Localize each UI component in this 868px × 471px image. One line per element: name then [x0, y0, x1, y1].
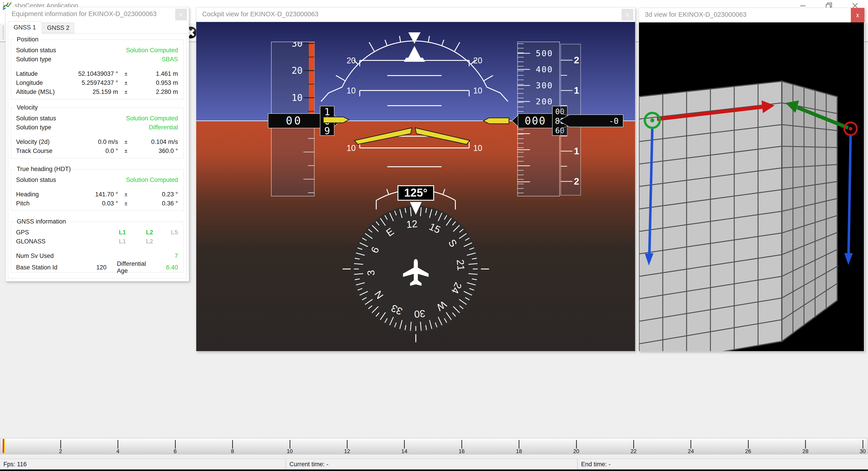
sat-band-row: GPSL1L2L5 — [11, 228, 183, 237]
status-row: Solution statusSolution Computed — [11, 175, 183, 184]
timeline-tick-label: 26 — [745, 448, 751, 454]
value-row: Track Course0.0 °±360.0 ° — [11, 146, 183, 155]
svg-text:2: 2 — [574, 176, 579, 187]
status-row: Solution statusSolution Computed — [11, 46, 183, 55]
timeline-tick-label: 2 — [59, 448, 62, 454]
plus-minus: ± — [118, 200, 134, 207]
sat-band-row: GLONASSL1L2 — [11, 237, 183, 246]
svg-text:9: 9 — [324, 125, 330, 137]
plus-minus: ± — [118, 80, 134, 86]
timeline-tick — [748, 440, 749, 449]
timeline-tick-label: 24 — [688, 448, 694, 454]
value-number: 0.03 ° — [65, 200, 118, 207]
velocity-group: Velocity Solution statusSolution Compute… — [11, 108, 184, 158]
orientation-3d-view[interactable] — [639, 22, 864, 351]
timeline-tick-label: 16 — [459, 448, 465, 454]
timeline-tick — [576, 440, 577, 449]
value-number: 0.0 m/s — [65, 139, 118, 145]
value-row: Altitude (MSL)25.159 m±2.280 m — [11, 87, 183, 96]
timeline-tick — [232, 440, 233, 449]
svg-text:10: 10 — [473, 86, 482, 95]
value-number: 25.159 m — [65, 88, 118, 95]
timeline-tick-label: 28 — [802, 448, 809, 454]
timeline-tick — [118, 440, 118, 449]
timeline-tick-label: 30 — [860, 448, 866, 454]
svg-text:1: 1 — [574, 146, 579, 156]
timeline-scrubber[interactable]: 24681012141618202224262830 — [0, 438, 868, 454]
timeline-tick — [290, 440, 290, 449]
gnss-tabs: GNSS 1 GNSS 2 — [8, 21, 75, 33]
fps-status: Fps: 116 — [3, 461, 27, 468]
timeline-tick — [462, 440, 462, 449]
base-station-row: Base Station Id 120 Differential Age 6.4… — [11, 260, 183, 269]
attitude-indicator: 2020101010103020100010950040030020000000… — [196, 22, 635, 351]
svg-text:10: 10 — [473, 143, 482, 153]
plus-minus: ± — [118, 139, 134, 145]
position-group: Position Solution statusSolution Compute… — [11, 39, 184, 99]
equipment-panel-close-button[interactable]: x — [175, 8, 187, 20]
num-sv-used-row: Num Sv Used 7 — [11, 251, 183, 260]
value-row: Longitude5.25974237 °±0.953 m — [11, 78, 183, 87]
error-value: 0.23 ° — [134, 191, 178, 198]
svg-text:20: 20 — [473, 56, 482, 65]
svg-text:21: 21 — [455, 259, 467, 271]
status-label: Solution type — [16, 56, 162, 63]
timeline-tick-label: 10 — [287, 448, 293, 454]
equipment-panel-header: Equipment information for EKINOX-D_02300… — [6, 7, 189, 22]
status-label: Solution status — [16, 47, 126, 54]
band-label: L2 — [126, 229, 153, 236]
tab-gnss-1[interactable]: GNSS 1 — [8, 22, 41, 33]
value-number: 52.10439037 ° — [65, 70, 118, 77]
cockpit-panel-header: Cockpit view for EKINOX-D_023000063 x — [196, 7, 635, 22]
svg-text:30: 30 — [414, 308, 426, 320]
timeline-tick-label: 22 — [630, 448, 637, 454]
gnss-information-group: GNSS information GPSL1L2L5GLONASSL1L2 Nu… — [11, 222, 184, 272]
status-row: Solution statusSolution Computed — [11, 114, 183, 123]
svg-text:20: 20 — [292, 65, 303, 76]
timeline-tick-label: 20 — [573, 448, 579, 454]
timeline-tick-label: 6 — [174, 448, 177, 454]
value-label: Altitude (MSL) — [16, 88, 65, 95]
error-value: 0.36 ° — [134, 200, 178, 207]
constellation-label: GLONASS — [16, 238, 99, 245]
svg-text:12: 12 — [406, 218, 418, 230]
view-3d-panel-title: 3d view for EKINOX-D_023000063 — [645, 11, 747, 18]
status-label: Solution status — [16, 176, 126, 183]
differential-age-label: Differential Age — [106, 260, 147, 274]
svg-text:-0: -0 — [609, 116, 619, 125]
timeline-tick-label: 14 — [401, 448, 407, 454]
value-number: 5.25974237 ° — [65, 80, 118, 86]
svg-text:10: 10 — [347, 143, 355, 153]
svg-text:30: 30 — [292, 38, 303, 49]
timeline-tick — [347, 440, 347, 449]
band-label: L1 — [99, 238, 126, 245]
value-row: Pitch0.03 °±0.36 ° — [11, 199, 183, 208]
plus-minus: ± — [118, 89, 134, 95]
value-row: Latitude52.10439037 °±1.461 m — [11, 69, 183, 78]
value-label: Latitude — [16, 70, 65, 77]
svg-text:00: 00 — [286, 114, 303, 127]
cube-drawing — [639, 22, 864, 351]
timeline-tick — [805, 440, 806, 449]
timeline-playhead[interactable] — [3, 439, 4, 453]
plus-minus: ± — [118, 70, 134, 77]
svg-text:000: 000 — [525, 115, 546, 127]
end-time-status: End time: - — [581, 461, 611, 468]
timeline-tick-label: 8 — [231, 448, 234, 454]
svg-text:300: 300 — [536, 81, 553, 90]
gnss-tab-content: Position Solution statusSolution Compute… — [8, 33, 187, 278]
tab-gnss-2[interactable]: GNSS 2 — [42, 23, 74, 33]
status-bar: Fps: 116 Current time: - End time: - — [0, 459, 868, 470]
status-value: Solution Computed — [126, 176, 178, 183]
timeline-tick — [175, 440, 176, 449]
band-label: L2 — [126, 238, 153, 245]
cockpit-panel-close-button[interactable]: x — [622, 9, 633, 21]
band-label: L5 — [153, 229, 178, 236]
value-label: Heading — [16, 191, 65, 198]
value-number: 141.70 ° — [65, 191, 118, 198]
error-value: 2.280 m — [134, 88, 178, 95]
view-3d-panel-close-button[interactable]: x — [851, 8, 864, 22]
position-group-title: Position — [15, 36, 40, 43]
svg-text:3: 3 — [365, 270, 377, 276]
timeline-tick — [519, 440, 519, 449]
